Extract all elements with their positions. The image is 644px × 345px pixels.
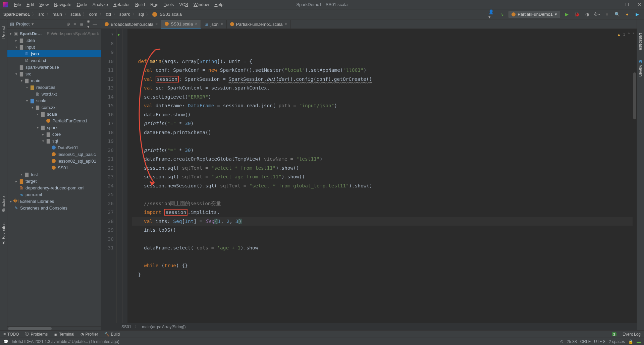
ide-update-icon[interactable]: ●	[624, 11, 631, 18]
select-opened-file-icon[interactable]: ⊕	[65, 21, 71, 26]
search-everywhere-icon[interactable]: 🔍	[614, 11, 621, 18]
file-encoding[interactable]: UTF-8	[594, 339, 605, 344]
inspection-widget[interactable]: ▲ 1 ˄ ˅	[618, 30, 635, 39]
indent-info[interactable]: 2 spaces	[609, 339, 625, 344]
tool-tab-structure[interactable]: Structure	[1, 196, 6, 213]
editor-body[interactable]: ▲ 1 ˄ ˅ 78910111213141516171819202122232…	[101, 29, 637, 323]
readonly-lock-icon[interactable]: 🔒	[628, 339, 633, 344]
crumb-zxl[interactable]: zxl	[106, 12, 111, 17]
project-tree[interactable]: ▾▣SparkDemo1 E:\Workspace\Spark\Spark ▸▇…	[7, 29, 101, 326]
profile-button[interactable]: ⏱▾	[594, 11, 600, 18]
settings-icon[interactable]: ✷ ▾	[85, 19, 92, 29]
tree-scala-dir[interactable]: scala	[36, 98, 46, 103]
add-config-icon[interactable]: 👤▾	[488, 11, 495, 18]
crumb-file[interactable]: SS01.scala	[160, 12, 182, 17]
tree-partiak[interactable]: PartiakFunDemo1	[52, 118, 88, 123]
stop-button[interactable]: ■	[604, 11, 610, 18]
tab-ss01[interactable]: SS01.scala×	[161, 20, 201, 28]
chevron-down-icon[interactable]: ▾	[32, 21, 34, 26]
window-close[interactable]: ✕	[638, 2, 641, 7]
crumb-src[interactable]: src	[38, 12, 44, 17]
cursor-position[interactable]: 25:38	[567, 339, 577, 344]
menu-build[interactable]: Build	[132, 2, 148, 7]
expand-all-icon[interactable]: ≡	[71, 21, 78, 26]
tool-tab-project[interactable]: Project	[1, 26, 6, 39]
tree-com-zxl[interactable]: com.zxl	[42, 105, 56, 110]
menu-tools[interactable]: Tools	[161, 2, 176, 7]
status-notification-icon[interactable]: 💬	[3, 339, 8, 344]
tree-test[interactable]: test	[31, 172, 38, 177]
status-goto-icon[interactable]: ⊙	[560, 339, 564, 344]
tree-lesson02[interactable]: lesson02_sql_api01	[58, 159, 96, 164]
crumb-class[interactable]: SS01	[121, 325, 131, 329]
tree-json[interactable]: json	[31, 51, 39, 56]
tab-json[interactable]: 🗎json×	[201, 20, 227, 28]
menu-view[interactable]: View	[37, 2, 51, 7]
tool-tab-favorites[interactable]: ★ Favorites	[1, 223, 6, 245]
sync-icon[interactable]: ↘	[498, 11, 505, 18]
menu-vcs[interactable]: VCS	[176, 2, 191, 7]
run-line-icon[interactable]: ▶	[118, 30, 120, 39]
tree-spark-warehouse[interactable]: spark-warehouse	[25, 65, 59, 70]
menu-navigate[interactable]: Navigate	[51, 2, 74, 7]
run-button[interactable]: ▶	[564, 11, 570, 18]
tree-target[interactable]: target	[25, 179, 37, 184]
run-config-selector[interactable]: PartiakFunDemo1 ▾	[508, 11, 560, 18]
close-tab-icon[interactable]: ×	[285, 22, 287, 26]
tree-sql[interactable]: sql	[52, 138, 58, 143]
tree-main[interactable]: main	[31, 78, 40, 83]
crumb-main[interactable]: main	[53, 12, 62, 17]
crumb-com[interactable]: com	[89, 12, 97, 17]
tool-tab-event-log[interactable]: Event Log	[623, 332, 641, 337]
memory-indicator[interactable]: ▬	[637, 339, 641, 344]
window-maximize[interactable]: ❐	[625, 2, 629, 7]
tree-idea[interactable]: .idea	[25, 38, 35, 43]
tool-tab-build[interactable]: 🔨Build	[104, 332, 120, 337]
tool-tab-terminal[interactable]: ▣Terminal	[54, 332, 74, 337]
tool-tab-profiler[interactable]: ◔Profiler	[80, 332, 98, 337]
project-horizontal-scrollbar[interactable]	[7, 326, 101, 330]
window-minimize[interactable]: —	[612, 2, 616, 7]
tree-input[interactable]: input	[25, 45, 35, 50]
line-separator[interactable]: CRLF	[580, 339, 591, 344]
crumb-root[interactable]: SparkDemo1	[3, 12, 30, 17]
crumb-method[interactable]: main(args: Array[String])	[142, 325, 185, 329]
tree-word-txt[interactable]: word.txt	[31, 58, 46, 63]
crumb-scala[interactable]: scala	[70, 12, 80, 17]
chevron-up-icon[interactable]: ˄	[628, 30, 630, 39]
hide-panel-icon[interactable]: —	[92, 21, 98, 26]
tab-broadcastdemo[interactable]: BroadcastDemo.scala×	[101, 20, 161, 28]
debug-button[interactable]: 🐞	[574, 11, 580, 18]
tree-src[interactable]: src	[25, 71, 31, 76]
menu-help[interactable]: Help	[212, 2, 226, 7]
fold-gutter[interactable]	[123, 29, 127, 323]
tool-tab-problems[interactable]: ⓘProblems	[25, 331, 48, 337]
tree-external-libraries[interactable]: External Libraries	[20, 199, 54, 204]
editor-vertical-scrollbar[interactable]	[633, 29, 637, 323]
chevron-down-icon[interactable]: ˅	[633, 30, 635, 39]
tree-word-txt-2[interactable]: word.txt	[42, 92, 57, 97]
tree-resources[interactable]: resources	[36, 85, 55, 90]
tool-tab-maven[interactable]: m Maven	[638, 60, 643, 76]
tool-tab-todo[interactable]: ≡TODO	[3, 332, 19, 337]
crumb-sql[interactable]: sql	[139, 12, 144, 17]
tool-tab-database[interactable]: Database	[638, 33, 643, 50]
tree-core[interactable]: core	[52, 132, 61, 137]
tree-scratches[interactable]: Scratches and Consoles	[20, 206, 67, 211]
tree-scala-pkg[interactable]: scala	[47, 112, 57, 117]
tree-ss01[interactable]: SS01	[58, 165, 68, 170]
collapse-all-icon[interactable]: ≣	[78, 21, 85, 26]
menu-refactor[interactable]: Refactor	[111, 2, 132, 7]
tree-dataset01[interactable]: DataSet01	[58, 145, 78, 150]
status-message[interactable]: IntelliJ IDEA 2021.1.3 available // Upda…	[12, 339, 119, 344]
menu-run[interactable]: Run	[148, 2, 161, 7]
menu-code[interactable]: Code	[74, 2, 90, 7]
run-gutter[interactable]: ▶	[117, 29, 123, 323]
menu-analyze[interactable]: Analyze	[90, 2, 111, 7]
tree-root[interactable]: SparkDemo1	[20, 31, 46, 36]
tree-lesson01[interactable]: lesson01_sql_basic	[58, 152, 96, 157]
close-tab-icon[interactable]: ×	[155, 22, 158, 26]
code-editor[interactable]: def main(args: Array[String]): Unit = { …	[127, 29, 633, 323]
close-tab-icon[interactable]: ×	[221, 22, 223, 26]
crumb-spark[interactable]: spark	[119, 12, 130, 17]
